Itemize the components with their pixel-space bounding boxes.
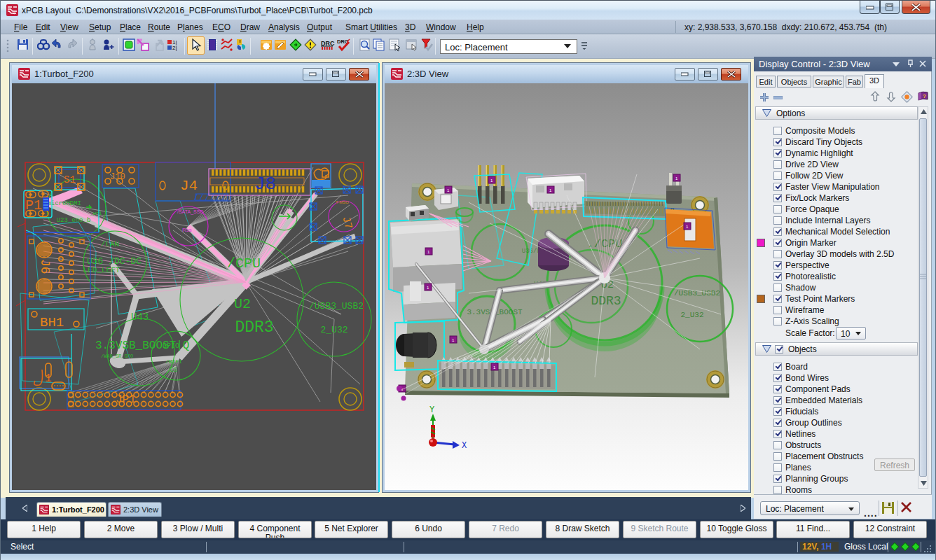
svg-text:U36 /DC-DC: U36 /DC-DC (87, 256, 142, 267)
svg-text:S1: S1 (64, 174, 76, 186)
svg-text:JP1: JP1 (116, 393, 136, 406)
svg-text:./CPU: ./CPU (586, 237, 622, 251)
svg-text:CS: CS (170, 367, 178, 374)
svg-text:T-MSO: T-MSO (336, 200, 349, 204)
svg-text:/USB3_USB2: /USB3_USB2 (309, 301, 364, 312)
svg-text:/WAN_SR_GPO: /WAN_SR_GPO (101, 354, 133, 359)
svg-text:J4: J4 (180, 178, 198, 194)
svg-text:GPIO: GPIO (163, 342, 179, 350)
svg-text:U23_eno_b: U23_eno_b (57, 217, 91, 224)
svg-text:Y: Y (429, 405, 434, 415)
svg-text:/CPU: /CPU (227, 255, 261, 272)
svg-text:/microHDMI: /microHDMI (43, 200, 81, 207)
svg-text:DDR3: DDR3 (235, 318, 273, 337)
svg-text:2_U32: 2_U32 (320, 325, 347, 335)
svg-text:2|: 2| (172, 45, 177, 51)
svg-text:DDR3: DDR3 (591, 294, 621, 308)
svg-text:P1: P1 (25, 197, 42, 214)
svg-text:U43: U43 (131, 312, 149, 323)
svg-text:J6: J6 (38, 259, 52, 274)
svg-text:J8: J8 (254, 174, 276, 195)
svg-text:?: ? (923, 93, 926, 99)
svg-text:/SATA_SSD: /SATA_SSD (177, 209, 203, 215)
svg-text:BH1: BH1 (40, 315, 64, 330)
svg-text:J7: J7 (339, 215, 354, 230)
svg-text:_wri: _wri (90, 211, 102, 216)
svg-text:U2: U2 (234, 296, 251, 312)
svg-text:Rss: Rss (182, 227, 192, 233)
svg-text:X: X (462, 441, 467, 451)
svg-text:LED_LEFT: LED_LEFT (83, 266, 121, 274)
svg-text:/LAN: /LAN (101, 240, 119, 248)
svg-text:J10: J10 (110, 172, 125, 182)
svg-text:2_U32: 2_U32 (680, 311, 703, 319)
svg-text:/WIFI: /WIFI (165, 358, 182, 365)
